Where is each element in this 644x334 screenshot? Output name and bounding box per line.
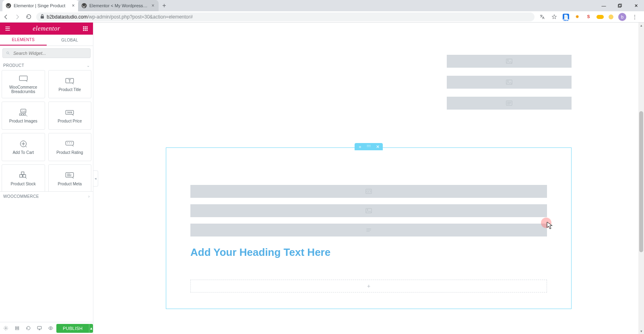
responsive-icon[interactable]: [34, 322, 45, 334]
settings-icon[interactable]: [0, 322, 11, 334]
scroll-up-arrow[interactable]: ▴: [638, 23, 644, 27]
window-close-button[interactable]: ✕: [628, 0, 644, 11]
close-icon[interactable]: ×: [151, 3, 155, 8]
browser-chrome: Elementor | Singe Product × Elementor < …: [0, 0, 644, 23]
url-bar[interactable]: b2bdatastudio.com/wp-admin/post.php?post…: [36, 12, 535, 21]
svg-rect-47: [506, 80, 512, 84]
placeholder-widget[interactable]: [447, 55, 572, 68]
svg-rect-43: [37, 326, 41, 329]
widget-label: Add To Cart: [11, 150, 35, 155]
svg-point-48: [508, 81, 508, 81]
widget-add-to-cart[interactable]: Add To Cart: [2, 133, 45, 161]
section-controls-tab: ＋ ✕: [355, 143, 383, 150]
svg-rect-6: [85, 26, 86, 27]
widget-product-stock[interactable]: Product Stock: [2, 164, 45, 191]
placeholder-widget[interactable]: [447, 97, 572, 110]
search-input[interactable]: [12, 50, 87, 56]
svg-point-51: [368, 145, 369, 146]
canvas-scrollbar-track[interactable]: ▴ ▾: [638, 23, 644, 334]
widget-product-price[interactable]: 360$ Product Price: [48, 102, 92, 130]
extension-blue-icon[interactable]: New📄: [563, 14, 569, 20]
search-icon: [6, 51, 10, 55]
section-selected[interactable]: ＋ ✕ Add Your Heading Text Here +: [166, 147, 572, 309]
scroll-down-arrow[interactable]: ▾: [638, 329, 644, 333]
category-product[interactable]: PRODUCT ⌄: [0, 60, 93, 70]
rating-icon: [64, 140, 75, 148]
panel-collapse-handle[interactable]: ◂: [93, 170, 98, 187]
window-minimize-button[interactable]: —: [596, 0, 612, 11]
widget-label: Product Stock: [9, 182, 37, 186]
svg-rect-40: [15, 326, 19, 327]
add-widget-dropzone[interactable]: +: [190, 280, 547, 293]
back-button[interactable]: [2, 13, 10, 21]
elementor-logo: elementor: [12, 25, 81, 32]
svg-rect-16: [19, 76, 27, 81]
add-section-icon[interactable]: ＋: [357, 144, 363, 149]
tab-global[interactable]: GLOBAL: [47, 35, 93, 46]
widget-product-images[interactable]: Product Images: [2, 102, 45, 130]
extension-yellow-dot-icon[interactable]: [609, 15, 613, 19]
svg-text:360$: 360$: [67, 111, 72, 114]
chrome-menu-icon[interactable]: ⋮: [631, 13, 638, 21]
images-icon: [18, 108, 29, 116]
category-woocommerce[interactable]: WOOCOMMERCE ›: [0, 191, 93, 201]
publish-more-button[interactable]: ▲: [89, 324, 93, 333]
window-maximize-button[interactable]: [612, 0, 628, 11]
publish-button[interactable]: PUBLISH: [56, 324, 89, 333]
widget-product-meta[interactable]: Product Meta: [48, 164, 92, 191]
translate-icon[interactable]: [539, 13, 546, 21]
heading-widget[interactable]: Add Your Heading Text Here: [190, 243, 547, 261]
svg-point-39: [5, 328, 6, 329]
grid-icon[interactable]: [81, 24, 90, 33]
section-top[interactable]: [166, 23, 572, 143]
placeholder-widget[interactable]: [190, 185, 547, 198]
svg-rect-28: [21, 172, 24, 174]
forward-button[interactable]: [14, 13, 21, 21]
close-icon[interactable]: ×: [71, 3, 76, 8]
svg-rect-41: [15, 328, 19, 328]
reload-button[interactable]: [25, 13, 32, 21]
svg-point-44: [50, 328, 51, 329]
title-icon: [64, 77, 75, 85]
browser-tab-title: Elementor | Singe Product: [14, 3, 68, 8]
window-controls: — ✕: [596, 0, 644, 11]
extension-orange-icon[interactable]: ✹: [574, 14, 580, 20]
navigator-icon[interactable]: [11, 322, 23, 334]
canvas-scrollbar-thumb[interactable]: [639, 111, 643, 252]
delete-section-icon[interactable]: ✕: [375, 144, 380, 149]
placeholder-widget[interactable]: [447, 76, 572, 89]
breadcrumbs-icon: [18, 75, 29, 83]
svg-rect-13: [87, 30, 88, 31]
hamburger-icon[interactable]: [3, 24, 12, 33]
profile-avatar[interactable]: b: [618, 13, 626, 21]
placeholder-widget[interactable]: [190, 204, 547, 217]
tab-elements[interactable]: ELEMENTS: [0, 35, 47, 46]
browser-tab-0[interactable]: Elementor | Singe Product ×: [2, 0, 79, 11]
panel-footer: PUBLISH ▲: [0, 322, 93, 334]
svg-rect-57: [366, 208, 372, 213]
stock-icon: [18, 171, 29, 179]
edit-section-icon[interactable]: [366, 144, 372, 149]
column-right[interactable]: [347, 23, 572, 143]
preview-icon[interactable]: [45, 322, 56, 334]
extension-red-s-icon[interactable]: S: [585, 14, 592, 20]
widget-product-title[interactable]: Product Title: [48, 70, 92, 98]
column-left[interactable]: [166, 23, 339, 143]
new-tab-button[interactable]: +: [159, 0, 170, 11]
placeholder-widget[interactable]: [190, 224, 547, 236]
star-icon[interactable]: [551, 13, 558, 21]
history-icon[interactable]: [23, 322, 34, 334]
chevron-down-icon: ⌄: [87, 63, 90, 68]
widget-label: Product Meta: [56, 182, 83, 186]
app: elementor ELEMENTS GLOBAL PRODUCT ⌄ WooC…: [0, 23, 644, 334]
widget-label: Product Rating: [55, 150, 85, 155]
category-label: WOOCOMMERCE: [3, 194, 39, 199]
extension-pill-icon[interactable]: [597, 15, 604, 19]
search-widget-box[interactable]: [2, 48, 91, 58]
editor-canvas[interactable]: ＋ ✕ Add Your Heading Text Here +: [93, 23, 644, 334]
browser-tab-1[interactable]: Elementor < My Wordpress — ×: [78, 0, 159, 11]
widget-product-rating[interactable]: Product Rating: [48, 133, 92, 161]
widget-woocommerce-breadcrumbs[interactable]: WooCommerce Breadcrumbs: [2, 70, 45, 98]
tabstrip: Elementor | Singe Product × Elementor < …: [0, 0, 644, 11]
meta-icon: [64, 171, 75, 179]
